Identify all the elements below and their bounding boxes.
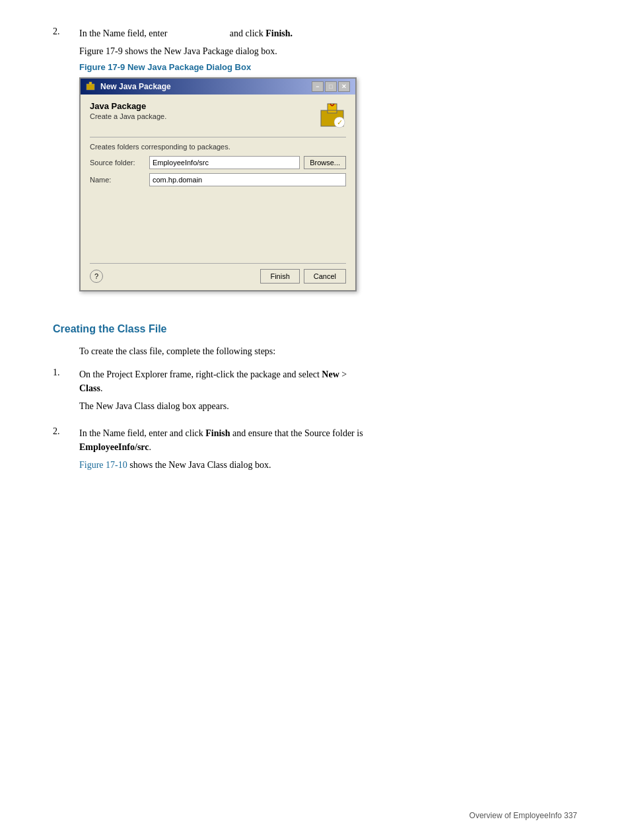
dialog-package-icon: ✓ bbox=[318, 101, 346, 132]
svg-rect-3 bbox=[328, 104, 337, 113]
dialog-spacer bbox=[90, 190, 346, 256]
source-folder-row: Source folder: Browse... bbox=[90, 156, 346, 169]
dialog-header-subtitle: Create a Java package. bbox=[90, 112, 166, 120]
step-number-2: 2. bbox=[53, 26, 79, 307]
close-button[interactable]: ✕ bbox=[338, 81, 350, 92]
dialog-title-text: New Java Package bbox=[100, 82, 171, 91]
page-footer: Overview of EmployeeInfo 337 bbox=[470, 811, 577, 820]
sub-step1-result: The New Java Class dialog box appears. bbox=[79, 399, 577, 413]
dialog-header: Java Package Create a Java package. bbox=[90, 101, 166, 120]
sub-step-number-1: 1. bbox=[53, 367, 79, 417]
finish-button[interactable]: Finish bbox=[260, 269, 299, 284]
dialog-description: Creates folders corresponding to package… bbox=[90, 143, 346, 151]
help-button[interactable]: ? bbox=[90, 270, 103, 283]
cancel-button[interactable]: Cancel bbox=[304, 269, 346, 284]
sub-step2-figure-ref: Figure 17-10 shows the New Java Class di… bbox=[79, 458, 577, 472]
name-label: Name: bbox=[90, 176, 149, 184]
dialog-title-icon bbox=[86, 81, 96, 92]
dialog-divider bbox=[90, 137, 346, 137]
name-input[interactable] bbox=[149, 173, 346, 186]
minimize-button[interactable]: − bbox=[312, 81, 324, 92]
dialog-titlebar: New Java Package − □ ✕ bbox=[81, 79, 355, 95]
step2-text: In the Name field, enter and click Finis… bbox=[79, 26, 577, 40]
intro-paragraph: To create the class file, complete the f… bbox=[79, 344, 577, 358]
sub-step2-text: In the Name field, enter and click Finis… bbox=[79, 426, 577, 454]
section-heading-creating-class: Creating the Class File bbox=[53, 323, 577, 335]
sub-step1-text: On the Project Explorer frame, right-cli… bbox=[79, 367, 577, 395]
maximize-button[interactable]: □ bbox=[325, 81, 337, 92]
figure-17-10-link[interactable]: Figure 17-10 bbox=[79, 460, 127, 470]
dialog-footer: ? Finish Cancel bbox=[90, 263, 346, 284]
new-java-package-dialog: New Java Package − □ ✕ Java Package Crea… bbox=[79, 77, 357, 291]
sub-step-number-2: 2. bbox=[53, 426, 79, 476]
svg-rect-0 bbox=[87, 84, 94, 90]
package-icon bbox=[86, 81, 95, 91]
dialog-header-title: Java Package bbox=[90, 101, 166, 111]
titlebar-buttons: − □ ✕ bbox=[312, 81, 350, 92]
dialog-body: Java Package Create a Java package. bbox=[81, 95, 355, 290]
source-folder-input[interactable] bbox=[149, 156, 300, 169]
svg-rect-1 bbox=[89, 82, 92, 85]
source-folder-label: Source folder: bbox=[90, 159, 149, 167]
browse-button[interactable]: Browse... bbox=[304, 156, 346, 169]
name-row: Name: bbox=[90, 173, 346, 186]
step2-figure-ref: Figure 17-9 shows the New Java Package d… bbox=[79, 44, 577, 58]
package-large-icon: ✓ bbox=[318, 101, 346, 129]
svg-text:✓: ✓ bbox=[337, 118, 343, 126]
action-buttons: Finish Cancel bbox=[260, 269, 346, 284]
figure-title: Figure 17-9 New Java Package Dialog Box bbox=[79, 62, 577, 72]
